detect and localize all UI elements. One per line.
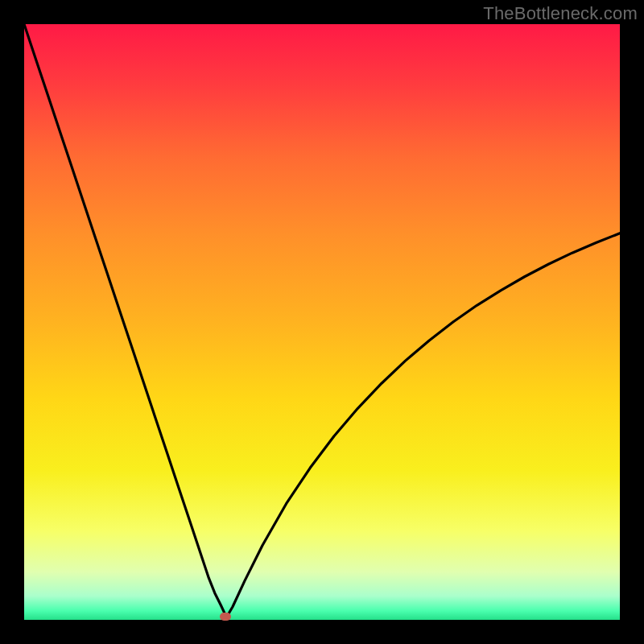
optimum-marker-icon: [220, 613, 231, 621]
watermark-label: TheBottleneck.com: [483, 3, 638, 24]
chart-background: [24, 24, 620, 620]
chart-svg: [24, 24, 620, 620]
chart-plot-area: [24, 24, 620, 620]
chart-frame: TheBottleneck.com: [0, 0, 644, 644]
